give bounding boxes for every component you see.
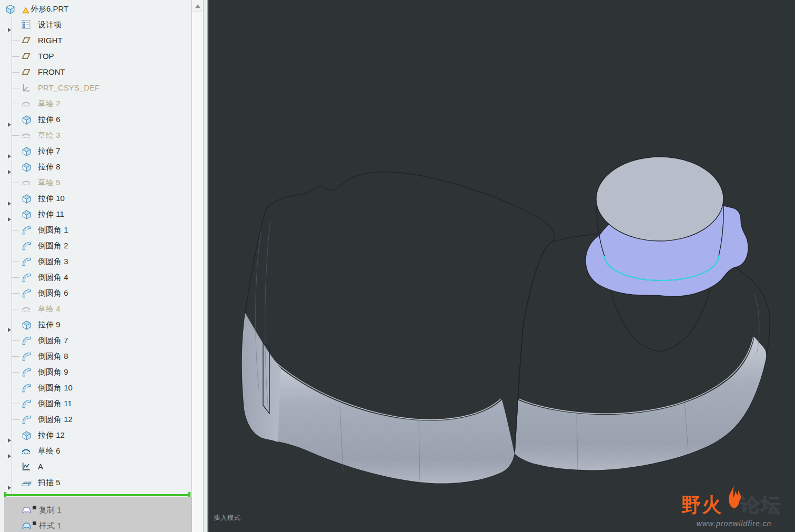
tree-row[interactable]: 扫描 5 (0, 475, 192, 490)
tree-item-label: A (38, 459, 43, 475)
tree-connector (12, 262, 19, 262)
tree-connector (12, 135, 19, 136)
tree-item-label: 复制 1 (39, 502, 62, 518)
fillet-icon (21, 240, 32, 252)
tree-row[interactable]: 倒圆角 1 (0, 222, 192, 238)
tree-row[interactable]: A (0, 459, 192, 475)
tree-connector (12, 309, 19, 309)
tree-connector (12, 246, 19, 246)
tree-row[interactable]: FRONT (0, 64, 192, 80)
tree-row[interactable]: 倒圆角 2 (0, 238, 192, 254)
tree-row[interactable]: 倒圆角 8 (0, 348, 192, 364)
tree-row[interactable]: 草绘 6 (0, 443, 192, 459)
tree-connector (12, 230, 19, 230)
tree-row[interactable]: 拉伸 9 (0, 317, 192, 333)
insert-mode-status: 插入模式 (214, 514, 241, 523)
tree-row[interactable]: 草绘 3 (0, 127, 192, 143)
tree-row[interactable]: 样式 1 (0, 518, 192, 532)
tree-connector (12, 56, 19, 57)
fillet-icon (21, 382, 32, 394)
tree-item-label: 倒圆角 1 (38, 222, 68, 238)
tree-item-label: 草绘 3 (38, 127, 61, 143)
tree-item-label: 设计项 (38, 17, 62, 33)
tree-item-label: TOP (38, 48, 54, 64)
fillet-icon (21, 287, 32, 299)
tree-connector (12, 183, 19, 183)
tree-row[interactable]: 草绘 5 (0, 175, 192, 190)
fillet-icon (21, 398, 32, 409)
tree-row[interactable]: 设计项 (0, 17, 192, 33)
tree-row[interactable]: 拉伸 7 (0, 143, 192, 159)
insert-indicator-line[interactable] (4, 494, 190, 496)
tree-root-label: 外形6.PRT (31, 1, 68, 17)
tree-item-label: 倒圆角 12 (38, 411, 73, 427)
csys-icon (21, 82, 32, 94)
plane-icon (21, 51, 32, 62)
tree-connector (12, 467, 19, 467)
tree-item-label: 拉伸 8 (38, 159, 61, 175)
scroll-up-button[interactable] (192, 0, 203, 12)
extrude-icon (21, 114, 32, 125)
fillet-icon (21, 350, 32, 362)
fillet-icon (21, 414, 32, 425)
extrude-icon (21, 161, 32, 173)
tree-row[interactable]: 倒圆角 7 (0, 333, 192, 348)
tree-row[interactable]: 倒圆角 3 (0, 254, 192, 269)
tree-row[interactable]: 倒圆角 10 (0, 380, 192, 396)
tree-row[interactable]: 草绘 4 (0, 301, 192, 317)
tree-row[interactable]: 拉伸 6 (0, 112, 192, 127)
tree-item-label: 倒圆角 8 (38, 348, 68, 364)
tree-connector (12, 526, 19, 526)
tree-row[interactable]: 草绘 2 (0, 96, 192, 112)
tree-root-row[interactable]: 外形6.PRT (0, 1, 192, 17)
graphics-viewport[interactable]: 插入模式 野火 论坛 www.proewildfire.cn (208, 0, 795, 532)
tree-item-label: 草绘 2 (38, 96, 61, 112)
tree-row[interactable]: 拉伸 11 (0, 206, 192, 222)
sweep-icon (21, 477, 32, 488)
tree-item-label: 扫描 5 (38, 475, 61, 490)
copy-surface-icon (21, 504, 32, 516)
3d-model-canvas[interactable] (208, 0, 794, 532)
tree-scrollbar[interactable] (192, 0, 204, 532)
tree-row[interactable]: 倒圆角 11 (0, 396, 192, 411)
scroll-up-arrow-icon (195, 4, 200, 8)
tree-item-label: RIGHT (38, 33, 63, 48)
tree-row[interactable]: PRT_CSYS_DEF (0, 80, 192, 96)
application-window: 外形6.PRT 设计项 RIGHT TOP FRONT (0, 0, 795, 532)
fillet-icon (21, 256, 32, 267)
cylinder-top-face (596, 157, 723, 241)
tree-row[interactable]: RIGHT (0, 33, 192, 48)
tree-item-label: 拉伸 12 (38, 427, 65, 443)
tree-row[interactable]: 倒圆角 12 (0, 411, 192, 427)
sketch-gray-icon (21, 303, 32, 315)
forum-watermark: 野火 论坛 www.proewildfire.cn (681, 491, 787, 529)
style-surface-icon (21, 520, 32, 531)
tree-item-label: 倒圆角 3 (38, 254, 68, 269)
feature-marker (33, 521, 36, 525)
tree-row[interactable]: 拉伸 10 (0, 190, 192, 206)
tree-item-label: 拉伸 10 (38, 190, 65, 206)
tree-connector (12, 293, 19, 294)
extrude-icon (21, 145, 32, 157)
tree-row[interactable]: 拉伸 8 (0, 159, 192, 175)
tree-row[interactable]: 倒圆角 6 (0, 285, 192, 301)
tree-row[interactable]: TOP (0, 48, 192, 64)
tree-item-label: 倒圆角 7 (38, 333, 68, 348)
tree-connector (12, 388, 19, 388)
tree-item-label: 倒圆角 11 (38, 396, 72, 411)
plane-icon (21, 66, 32, 78)
tree-row[interactable]: 倒圆角 4 (0, 269, 192, 285)
tree-connector (12, 88, 19, 88)
fillet-icon (21, 335, 32, 346)
tree-row[interactable]: 复制 1 (0, 502, 192, 518)
tree-item-label: 拉伸 9 (38, 317, 61, 333)
tree-row[interactable]: 拉伸 12 (0, 427, 192, 443)
extrude-icon (21, 319, 32, 330)
model-left-body[interactable] (242, 172, 555, 484)
watermark-brand-right: 论坛 (740, 492, 781, 518)
tree-item-label: 倒圆角 4 (38, 269, 68, 285)
tree-row[interactable]: 倒圆角 9 (0, 364, 192, 380)
expand-arrow-icon[interactable] (7, 480, 12, 496)
tree-connector (12, 41, 19, 41)
tree-item-label: 样式 1 (39, 518, 62, 532)
